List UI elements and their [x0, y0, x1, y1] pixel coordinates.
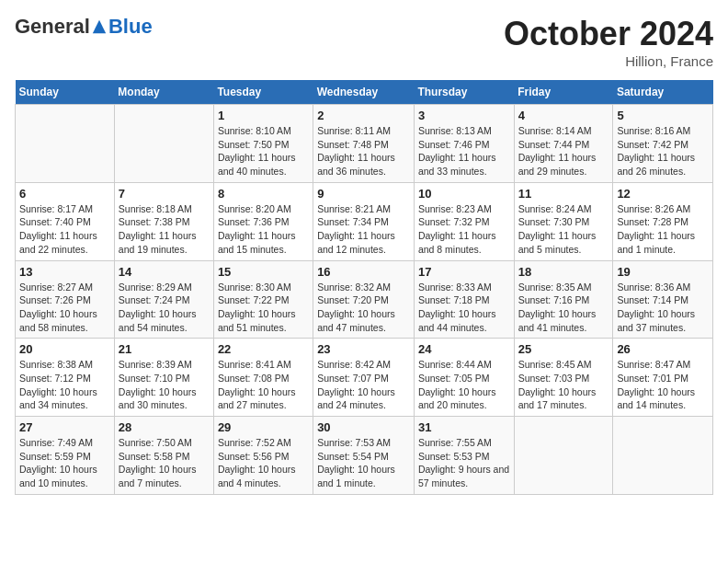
- calendar-cell: 22Sunrise: 8:41 AM Sunset: 7:08 PM Dayli…: [213, 339, 313, 417]
- calendar-cell: 14Sunrise: 8:29 AM Sunset: 7:24 PM Dayli…: [114, 260, 213, 339]
- day-info: Sunrise: 8:42 AM Sunset: 7:07 PM Dayligh…: [317, 358, 410, 412]
- logo-icon: [91, 18, 108, 35]
- day-number: 28: [119, 420, 210, 434]
- col-header-wednesday: Wednesday: [313, 80, 415, 105]
- calendar-cell: 7Sunrise: 8:18 AM Sunset: 7:38 PM Daylig…: [114, 182, 213, 260]
- calendar-cell: 26Sunrise: 8:47 AM Sunset: 7:01 PM Dayli…: [613, 339, 713, 417]
- day-number: 26: [617, 342, 709, 356]
- col-header-sunday: Sunday: [16, 80, 115, 105]
- calendar-cell: 6Sunrise: 8:17 AM Sunset: 7:40 PM Daylig…: [16, 182, 115, 260]
- day-number: 19: [617, 265, 709, 279]
- day-number: 17: [418, 265, 510, 279]
- calendar-cell: 19Sunrise: 8:36 AM Sunset: 7:14 PM Dayli…: [613, 260, 713, 339]
- page-header: General Blue October 2024 Hillion, Franc…: [15, 15, 713, 69]
- day-number: 29: [218, 420, 309, 434]
- calendar-cell: 12Sunrise: 8:26 AM Sunset: 7:28 PM Dayli…: [613, 182, 713, 260]
- day-number: 13: [19, 265, 110, 279]
- day-number: 4: [518, 109, 609, 122]
- day-info: Sunrise: 8:27 AM Sunset: 7:26 PM Dayligh…: [19, 281, 110, 335]
- day-info: Sunrise: 8:45 AM Sunset: 7:03 PM Dayligh…: [518, 358, 609, 412]
- day-number: 3: [418, 109, 510, 122]
- day-info: Sunrise: 8:26 AM Sunset: 7:28 PM Dayligh…: [617, 202, 709, 257]
- calendar-cell: 31Sunrise: 7:55 AM Sunset: 5:53 PM Dayli…: [414, 417, 514, 495]
- day-number: 6: [19, 187, 110, 201]
- day-info: Sunrise: 8:36 AM Sunset: 7:14 PM Dayligh…: [617, 281, 709, 335]
- calendar-cell: [114, 105, 213, 183]
- location: Hillion, France: [504, 53, 713, 69]
- logo-general-text: General: [15, 15, 90, 39]
- day-number: 16: [317, 265, 410, 279]
- day-number: 22: [218, 342, 309, 356]
- title-block: October 2024 Hillion, France: [504, 15, 713, 69]
- logo: General Blue: [15, 15, 153, 39]
- col-header-thursday: Thursday: [414, 80, 514, 105]
- calendar-cell: 21Sunrise: 8:39 AM Sunset: 7:10 PM Dayli…: [114, 339, 213, 417]
- calendar-cell: 23Sunrise: 8:42 AM Sunset: 7:07 PM Dayli…: [313, 339, 415, 417]
- calendar-cell: 4Sunrise: 8:14 AM Sunset: 7:44 PM Daylig…: [514, 105, 613, 183]
- day-info: Sunrise: 8:33 AM Sunset: 7:18 PM Dayligh…: [418, 281, 510, 335]
- day-number: 27: [19, 420, 110, 434]
- day-number: 20: [19, 342, 110, 356]
- day-info: Sunrise: 7:50 AM Sunset: 5:58 PM Dayligh…: [119, 436, 210, 490]
- day-info: Sunrise: 8:38 AM Sunset: 7:12 PM Dayligh…: [19, 358, 110, 412]
- day-info: Sunrise: 8:44 AM Sunset: 7:05 PM Dayligh…: [418, 358, 510, 412]
- day-info: Sunrise: 8:13 AM Sunset: 7:46 PM Dayligh…: [418, 124, 510, 178]
- calendar-cell: 17Sunrise: 8:33 AM Sunset: 7:18 PM Dayli…: [414, 260, 514, 339]
- day-number: 2: [317, 109, 410, 122]
- calendar-cell: 24Sunrise: 8:44 AM Sunset: 7:05 PM Dayli…: [414, 339, 514, 417]
- day-info: Sunrise: 7:52 AM Sunset: 5:56 PM Dayligh…: [218, 436, 309, 490]
- calendar-cell: 9Sunrise: 8:21 AM Sunset: 7:34 PM Daylig…: [313, 182, 415, 260]
- calendar-cell: 28Sunrise: 7:50 AM Sunset: 5:58 PM Dayli…: [114, 417, 213, 495]
- day-number: 14: [119, 265, 210, 279]
- day-info: Sunrise: 8:47 AM Sunset: 7:01 PM Dayligh…: [617, 358, 709, 412]
- calendar-cell: 15Sunrise: 8:30 AM Sunset: 7:22 PM Dayli…: [213, 260, 313, 339]
- calendar-cell: 30Sunrise: 7:53 AM Sunset: 5:54 PM Dayli…: [313, 417, 415, 495]
- calendar-cell: [514, 417, 613, 495]
- day-info: Sunrise: 8:21 AM Sunset: 7:34 PM Dayligh…: [317, 202, 410, 257]
- calendar-cell: [613, 417, 713, 495]
- calendar-cell: 2Sunrise: 8:11 AM Sunset: 7:48 PM Daylig…: [313, 105, 415, 183]
- day-number: 7: [119, 187, 210, 201]
- day-info: Sunrise: 8:18 AM Sunset: 7:38 PM Dayligh…: [119, 202, 210, 257]
- calendar-cell: 29Sunrise: 7:52 AM Sunset: 5:56 PM Dayli…: [213, 417, 313, 495]
- day-info: Sunrise: 8:23 AM Sunset: 7:32 PM Dayligh…: [418, 202, 510, 257]
- day-info: Sunrise: 8:11 AM Sunset: 7:48 PM Dayligh…: [317, 124, 410, 178]
- day-info: Sunrise: 8:32 AM Sunset: 7:20 PM Dayligh…: [317, 281, 410, 335]
- col-header-saturday: Saturday: [613, 80, 713, 105]
- day-number: 5: [617, 109, 709, 122]
- day-info: Sunrise: 8:10 AM Sunset: 7:50 PM Dayligh…: [218, 124, 309, 178]
- day-info: Sunrise: 7:55 AM Sunset: 5:53 PM Dayligh…: [418, 436, 510, 490]
- calendar-table: SundayMondayTuesdayWednesdayThursdayFrid…: [15, 80, 713, 495]
- day-info: Sunrise: 8:17 AM Sunset: 7:40 PM Dayligh…: [19, 202, 110, 257]
- day-number: 1: [218, 109, 309, 122]
- day-number: 25: [518, 342, 609, 356]
- col-header-friday: Friday: [514, 80, 613, 105]
- month-title: October 2024: [504, 15, 713, 53]
- day-info: Sunrise: 8:35 AM Sunset: 7:16 PM Dayligh…: [518, 281, 609, 335]
- day-info: Sunrise: 8:16 AM Sunset: 7:42 PM Dayligh…: [617, 124, 709, 178]
- day-number: 30: [317, 420, 410, 434]
- day-number: 9: [317, 187, 410, 201]
- logo-blue-text: Blue: [108, 15, 153, 39]
- day-number: 21: [119, 342, 210, 356]
- calendar-cell: 25Sunrise: 8:45 AM Sunset: 7:03 PM Dayli…: [514, 339, 613, 417]
- calendar-cell: 3Sunrise: 8:13 AM Sunset: 7:46 PM Daylig…: [414, 105, 514, 183]
- calendar-cell: 5Sunrise: 8:16 AM Sunset: 7:42 PM Daylig…: [613, 105, 713, 183]
- calendar-cell: 18Sunrise: 8:35 AM Sunset: 7:16 PM Dayli…: [514, 260, 613, 339]
- day-info: Sunrise: 8:39 AM Sunset: 7:10 PM Dayligh…: [119, 358, 210, 412]
- svg-marker-0: [93, 20, 106, 33]
- day-number: 31: [418, 420, 510, 434]
- day-info: Sunrise: 8:41 AM Sunset: 7:08 PM Dayligh…: [218, 358, 309, 412]
- calendar-cell: [16, 105, 115, 183]
- calendar-cell: 1Sunrise: 8:10 AM Sunset: 7:50 PM Daylig…: [213, 105, 313, 183]
- day-info: Sunrise: 8:29 AM Sunset: 7:24 PM Dayligh…: [119, 281, 210, 335]
- day-number: 8: [218, 187, 309, 201]
- day-number: 15: [218, 265, 309, 279]
- day-number: 10: [418, 187, 510, 201]
- day-info: Sunrise: 7:53 AM Sunset: 5:54 PM Dayligh…: [317, 436, 410, 490]
- calendar-cell: 20Sunrise: 8:38 AM Sunset: 7:12 PM Dayli…: [16, 339, 115, 417]
- day-number: 24: [418, 342, 510, 356]
- calendar-cell: 27Sunrise: 7:49 AM Sunset: 5:59 PM Dayli…: [16, 417, 115, 495]
- day-info: Sunrise: 8:24 AM Sunset: 7:30 PM Dayligh…: [518, 202, 609, 257]
- calendar-cell: 11Sunrise: 8:24 AM Sunset: 7:30 PM Dayli…: [514, 182, 613, 260]
